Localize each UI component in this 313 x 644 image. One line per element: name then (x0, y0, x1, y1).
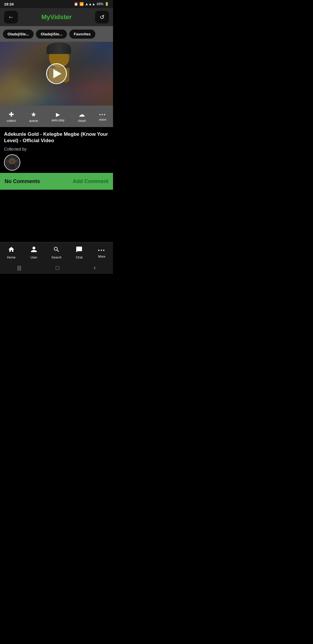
nav-chat[interactable]: Chat (70, 246, 88, 259)
home-icon (8, 246, 15, 255)
back-icon: ← (8, 13, 14, 21)
video-player[interactable] (0, 42, 113, 106)
autoplay-label: auto play (52, 118, 65, 122)
autoplay-icon: ▶ (56, 112, 60, 117)
comments-bar: No Comments Add Comment (0, 173, 113, 190)
wifi-icon: 📶 (79, 2, 84, 6)
avatar-image (5, 155, 20, 170)
autoplay-action[interactable]: ▶ auto play (52, 112, 65, 122)
cloud-label: cloud (78, 119, 85, 122)
nav-home[interactable]: Home (3, 246, 20, 259)
top-nav: ← MyVidster ↺ (0, 8, 113, 26)
system-back-icon[interactable]: ‹ (94, 264, 96, 272)
system-menu-icon[interactable]: ||| (17, 265, 21, 271)
cloud-action[interactable]: ☁ cloud (78, 111, 85, 122)
tab-favorites[interactable]: Favorites (69, 30, 95, 39)
svg-point-6 (10, 161, 12, 162)
refresh-icon: ↺ (100, 14, 105, 21)
video-thumbnail (0, 42, 113, 106)
content-area (0, 190, 113, 242)
alarm-icon: ⏰ (74, 2, 78, 6)
more-dots-icon: ••• (99, 113, 106, 117)
status-icons: ⏰ 📶 ▲▲▲ 49% 🔋 (74, 2, 109, 6)
cloud-icon: ☁ (79, 111, 85, 118)
search-icon (53, 246, 60, 255)
chat-icon (76, 246, 83, 255)
more-icon: ••• (98, 247, 105, 254)
avatar[interactable] (4, 154, 20, 171)
nav-search-label: Search (52, 256, 62, 259)
action-bar: ✚ collect ★ queue ▶ auto play ☁ cloud ••… (0, 106, 113, 127)
back-button[interactable]: ← (4, 11, 18, 23)
collect-label: collect (7, 119, 16, 122)
video-info: Adekunle Gold - Kelegbe Megbe (Know Your… (0, 127, 113, 173)
system-nav-bar: ||| □ ‹ (0, 262, 113, 274)
tab-oladeji-1[interactable]: OladejiSte... (3, 30, 34, 39)
nav-user-label: User (30, 256, 37, 259)
more-action[interactable]: ••• more (99, 113, 106, 121)
collect-icon: ✚ (9, 111, 14, 118)
svg-point-7 (13, 161, 14, 162)
battery-text: 49% (97, 2, 103, 6)
bottom-nav: Home User Search Chat ••• More (0, 242, 113, 262)
video-title: Adekunle Gold - Kelegbe Megbe (Know Your… (4, 131, 109, 144)
play-button[interactable] (46, 63, 67, 84)
add-comment-button[interactable]: Add Comment (73, 178, 108, 184)
tab-oladeji-2[interactable]: OladejiSte... (36, 30, 67, 39)
system-home-icon[interactable]: □ (56, 265, 59, 271)
tab-row: OladejiSte... OladejiSte... Favorites (0, 26, 113, 42)
status-bar: 19:34 ⏰ 📶 ▲▲▲ 49% 🔋 (0, 0, 113, 8)
nav-search[interactable]: Search (48, 246, 65, 259)
nav-chat-label: Chat (76, 256, 82, 259)
nav-more[interactable]: ••• More (93, 247, 110, 258)
star-icon: ★ (31, 111, 37, 118)
svg-point-2 (9, 158, 15, 164)
battery-icon: 🔋 (105, 2, 109, 6)
collect-action[interactable]: ✚ collect (7, 111, 16, 122)
queue-action[interactable]: ★ queue (29, 111, 38, 122)
avatar-svg (5, 155, 20, 170)
refresh-button[interactable]: ↺ (95, 11, 109, 23)
nav-user[interactable]: User (25, 246, 43, 259)
more-label: more (99, 118, 106, 121)
collected-by-label: Collected by: (4, 147, 109, 151)
no-comments-label: No Comments (5, 178, 40, 184)
app-title: MyVidster (41, 13, 72, 21)
nav-home-label: Home (7, 256, 15, 259)
play-icon (53, 69, 61, 78)
nav-more-label: More (98, 255, 105, 258)
user-icon (30, 246, 37, 255)
status-time: 19:34 (4, 2, 14, 6)
queue-label: queue (29, 119, 38, 122)
signal-icon: ▲▲▲ (85, 2, 95, 6)
svg-rect-5 (10, 164, 15, 170)
